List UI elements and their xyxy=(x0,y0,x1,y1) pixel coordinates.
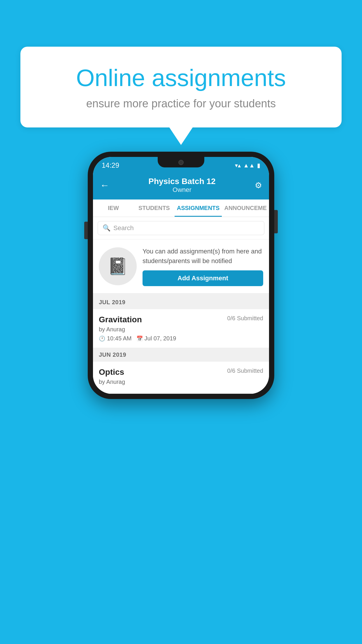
search-icon: 🔍 xyxy=(103,224,110,232)
speech-bubble-subtitle: ensure more practice for your students xyxy=(44,97,318,110)
section-month-jun: JUN 2019 xyxy=(99,351,126,358)
signal-icon: ▲▲ xyxy=(243,162,255,169)
tab-iew[interactable]: IEW xyxy=(93,200,134,217)
calendar-icon: 📅 xyxy=(136,335,143,342)
notebook-icon: 📓 xyxy=(108,257,128,276)
search-input-wrapper[interactable]: 🔍 Search xyxy=(98,221,264,235)
status-icons: ▾▴ ▲▲ ▮ xyxy=(235,162,260,169)
assignment-time-gravitation: 🕐 10:45 AM xyxy=(99,335,132,342)
phone-screen: 14:29 ▾▴ ▲▲ ▮ ← Physics Batch 12 Owner ⚙… xyxy=(93,157,269,394)
promo-icon-circle: 📓 xyxy=(99,247,137,285)
search-bar: 🔍 Search xyxy=(93,217,269,239)
camera-icon xyxy=(178,160,184,165)
tab-assignments[interactable]: ASSIGNMENTS xyxy=(175,200,222,217)
section-month-jul: JUL 2019 xyxy=(99,299,125,305)
header-title-group: Physics Batch 12 Owner xyxy=(148,177,215,194)
batch-title: Physics Batch 12 xyxy=(148,177,215,186)
assignment-item-gravitation[interactable]: Gravitation 0/6 Submitted by Anurag 🕐 10… xyxy=(93,309,269,348)
speech-bubble-title: Online assignments xyxy=(44,64,318,92)
search-placeholder: Search xyxy=(113,224,134,232)
add-assignment-promo: 📓 You can add assignment(s) from here an… xyxy=(93,239,269,295)
assignment-title-gravitation: Gravitation xyxy=(99,315,142,324)
assignment-date-value: Jul 07, 2019 xyxy=(145,335,176,342)
tab-announcements[interactable]: ANNOUNCEME xyxy=(222,200,269,217)
battery-icon: ▮ xyxy=(257,162,260,169)
assignment-title-optics: Optics xyxy=(99,368,124,377)
promo-content: You can add assignment(s) from here and … xyxy=(143,246,263,286)
section-header-jul: JUL 2019 xyxy=(93,295,269,309)
add-assignment-button[interactable]: Add Assignment xyxy=(143,270,263,286)
assignment-time-value: 10:45 AM xyxy=(107,335,132,342)
settings-button[interactable]: ⚙ xyxy=(255,181,262,190)
phone-mockup: 14:29 ▾▴ ▲▲ ▮ ← Physics Batch 12 Owner ⚙… xyxy=(88,152,274,399)
header-subtitle: Owner xyxy=(148,186,215,194)
clock-icon: 🕐 xyxy=(99,335,105,342)
assignment-meta-gravitation: 🕐 10:45 AM 📅 Jul 07, 2019 xyxy=(99,335,263,342)
tabs-bar: IEW STUDENTS ASSIGNMENTS ANNOUNCEME xyxy=(93,200,269,217)
speech-bubble-arrow xyxy=(169,127,193,145)
assignment-author-gravitation: by Anurag xyxy=(99,326,263,333)
phone-outer-shell: 14:29 ▾▴ ▲▲ ▮ ← Physics Batch 12 Owner ⚙… xyxy=(88,152,274,399)
assignment-top-row: Gravitation 0/6 Submitted xyxy=(99,315,263,324)
tab-students[interactable]: STUDENTS xyxy=(134,200,175,217)
status-time: 14:29 xyxy=(102,161,119,169)
wifi-icon: ▾▴ xyxy=(235,162,241,169)
speech-bubble-container: Online assignments ensure more practice … xyxy=(20,47,342,145)
speech-bubble: Online assignments ensure more practice … xyxy=(20,47,342,127)
assignment-item-optics[interactable]: Optics 0/6 Submitted by Anurag xyxy=(93,362,269,394)
app-header: ← Physics Batch 12 Owner ⚙ xyxy=(93,172,269,200)
assignment-submitted-optics: 0/6 Submitted xyxy=(227,368,263,374)
assignment-date-gravitation: 📅 Jul 07, 2019 xyxy=(136,335,176,342)
assignment-top-row-optics: Optics 0/6 Submitted xyxy=(99,368,263,377)
section-header-jun: JUN 2019 xyxy=(93,348,269,362)
phone-notch xyxy=(158,157,204,167)
assignment-submitted-gravitation: 0/6 Submitted xyxy=(227,315,263,322)
back-button[interactable]: ← xyxy=(100,180,109,191)
promo-text: You can add assignment(s) from here and … xyxy=(143,246,263,266)
assignment-author-optics: by Anurag xyxy=(99,379,263,385)
